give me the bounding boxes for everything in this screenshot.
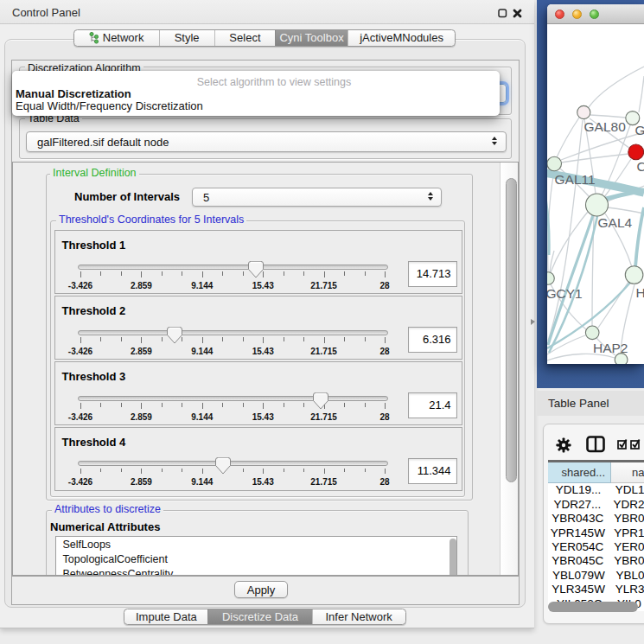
slider-tick xyxy=(162,337,163,341)
network-edge[interactable] xyxy=(589,67,644,107)
number-of-intervals-combobox[interactable]: 5 xyxy=(192,188,442,207)
settings-scrollbar-track[interactable] xyxy=(500,163,518,575)
attribute-list-item[interactable]: BetweennessCentrality xyxy=(56,567,457,575)
split-columns-icon[interactable] xyxy=(586,436,606,453)
threshold-slider-track[interactable] xyxy=(78,265,388,270)
tab-jactivemnodules[interactable]: jActiveMNodules xyxy=(348,30,455,46)
checkbox-icon[interactable] xyxy=(617,437,628,450)
table-row[interactable]: YBR045CYBR0 xyxy=(548,554,644,568)
threshold-value-field[interactable]: 6.316 xyxy=(408,327,457,353)
network-node-HAP2[interactable] xyxy=(585,326,599,340)
close-icon[interactable] xyxy=(513,9,522,18)
gear-icon[interactable] xyxy=(556,437,571,453)
slider-tick xyxy=(385,469,386,475)
cell-shared-name[interactable]: YDL19... xyxy=(548,483,609,496)
table-data-combobox[interactable]: galFiltered.sif default node xyxy=(26,131,507,152)
attribute-list-item[interactable]: SelfLoops xyxy=(56,538,457,552)
tab-style[interactable]: Style xyxy=(159,30,214,46)
number-of-intervals-arrows-icon[interactable] xyxy=(428,192,433,201)
threshold-slider-thumb[interactable] xyxy=(166,326,183,345)
slider-tick-label: 9.144 xyxy=(191,477,213,487)
network-window-titlebar[interactable] xyxy=(547,4,644,24)
network-edge[interactable] xyxy=(557,118,579,157)
cell-shared-name[interactable]: YBR045C xyxy=(548,554,609,567)
network-node-CYC1[interactable] xyxy=(628,144,644,160)
checkbox-icon[interactable] xyxy=(630,437,641,450)
tab-select[interactable]: Select xyxy=(214,30,276,46)
table-row[interactable]: YBL079WYBL0 xyxy=(548,568,644,582)
table-row[interactable]: YBR043CYBR0 xyxy=(548,511,644,525)
cell-name[interactable]: YER0 xyxy=(608,540,644,553)
network-edge[interactable] xyxy=(639,76,644,112)
cell-name[interactable]: YPR1 xyxy=(608,526,644,539)
threshold-slider-thumb[interactable] xyxy=(312,392,329,411)
control-panel-titlebar[interactable]: Control Panel xyxy=(0,0,534,24)
network-edge[interactable] xyxy=(635,207,644,267)
cell-shared-name[interactable]: YBR043C xyxy=(548,512,609,525)
threshold-slider-thumb[interactable] xyxy=(214,456,232,475)
threshold-slider-track[interactable] xyxy=(78,461,388,466)
bottom-tab-impute-data[interactable]: Impute Data xyxy=(124,609,207,624)
network-edge[interactable] xyxy=(590,115,626,118)
network-node-GCY1[interactable] xyxy=(547,272,554,284)
threshold-value-field[interactable]: 14.713 xyxy=(408,261,457,287)
network-edge[interactable] xyxy=(551,212,588,272)
network-edge[interactable] xyxy=(547,354,615,360)
table-row[interactable]: YPR145WYPR1 xyxy=(548,526,644,539)
minimize-traffic-light-icon[interactable] xyxy=(572,10,582,19)
cell-name[interactable]: YBR0 xyxy=(608,512,644,525)
number-of-intervals-value: 5 xyxy=(193,191,209,204)
algorithm-option[interactable]: Manual Discretization xyxy=(12,88,500,100)
table-data-combo-arrows-icon[interactable] xyxy=(492,137,497,145)
apply-button[interactable]: Apply xyxy=(234,581,288,598)
network-node-label: HAP4 xyxy=(636,285,644,300)
cell-shared-name[interactable]: YDR27... xyxy=(548,498,608,511)
numerical-attributes-list[interactable]: SelfLoopsTopologicalCoefficientBetweenne… xyxy=(55,536,458,576)
table-row[interactable]: YLR345WYLR3 xyxy=(548,583,644,596)
cell-shared-name[interactable]: YLR345W xyxy=(548,583,609,596)
cell-name[interactable]: YDL1 xyxy=(609,483,644,496)
tab-cyni-toolbox[interactable]: Cyni Toolbox xyxy=(275,30,348,46)
network-node-HAP4[interactable] xyxy=(625,266,643,284)
column-header-shared-name[interactable]: shared... xyxy=(548,462,612,483)
table-horizontal-scrollbar[interactable] xyxy=(548,602,638,612)
threshold-label: Threshold 1 xyxy=(62,239,126,252)
zoom-traffic-light-icon[interactable] xyxy=(590,10,599,19)
cell-name[interactable]: YBL0 xyxy=(609,569,644,582)
attributes-list-scrollbar[interactable] xyxy=(450,539,457,576)
table-row[interactable]: YDR27...YDR2 xyxy=(548,497,644,511)
close-traffic-light-icon[interactable] xyxy=(555,10,564,19)
cell-name[interactable]: YDR2 xyxy=(607,498,644,511)
bottom-tab-discretize-data[interactable]: Discretize Data xyxy=(207,609,311,624)
cell-shared-name[interactable]: YPR145W xyxy=(548,526,609,539)
column-header-name[interactable]: na xyxy=(611,462,644,483)
threshold-slider-thumb[interactable] xyxy=(247,260,265,279)
slider-tick xyxy=(324,469,325,475)
table-row[interactable]: YER054CYER0 xyxy=(548,539,644,553)
algorithm-option[interactable]: Equal Width/Frequency Discretization xyxy=(12,100,500,112)
threshold-value-field[interactable]: 21.4 xyxy=(408,392,457,418)
table-row[interactable]: YDL19...YDL1 xyxy=(548,483,644,497)
network-node-GAL4[interactable] xyxy=(586,194,609,216)
network-edge[interactable] xyxy=(608,207,644,214)
network-graph[interactable]: GAL80GAL2CYC1GAL11GAL4GCY1HAP4HAP2 xyxy=(547,24,644,364)
threshold-slider-track[interactable] xyxy=(78,396,388,401)
threshold-value-field[interactable]: 11.344 xyxy=(408,458,457,484)
network-node-label: GCY1 xyxy=(547,286,583,301)
split-pane-handle-icon[interactable] xyxy=(530,317,537,326)
cell-name[interactable]: YLR3 xyxy=(609,583,644,596)
float-window-icon[interactable] xyxy=(498,9,507,18)
attribute-list-item[interactable]: TopologicalCoefficient xyxy=(56,552,457,567)
cell-shared-name[interactable]: YBL079W xyxy=(548,569,610,582)
tab-network[interactable]: Network xyxy=(74,30,159,46)
threshold-slider-track[interactable] xyxy=(78,330,388,335)
bottom-tab-infer-network[interactable]: Infer Network xyxy=(312,609,405,624)
slider-tick xyxy=(182,403,182,407)
slider-tick xyxy=(162,469,163,473)
network-node-GAL11[interactable] xyxy=(547,156,562,171)
cell-shared-name[interactable]: YER054C xyxy=(548,540,609,553)
slider-tick-label: 2.859 xyxy=(131,477,152,487)
network-node-GAL80[interactable] xyxy=(577,105,590,118)
settings-scrollbar-thumb[interactable] xyxy=(506,178,517,482)
cell-name[interactable]: YBR0 xyxy=(608,554,644,567)
